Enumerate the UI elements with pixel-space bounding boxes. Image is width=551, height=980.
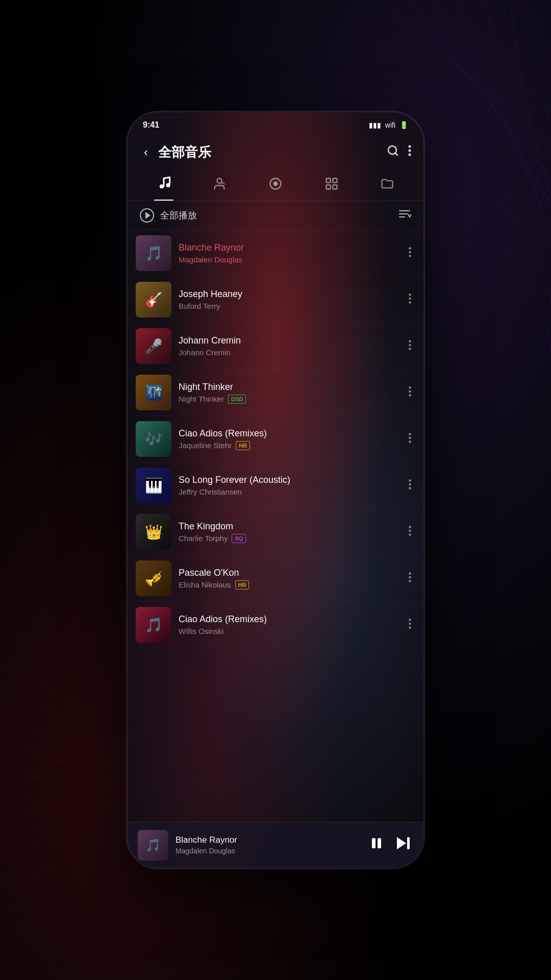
status-time: 9:41	[143, 120, 159, 130]
svg-point-10	[275, 183, 276, 184]
tab-songs[interactable]	[147, 172, 180, 201]
svg-point-31	[409, 437, 411, 439]
song-item-6[interactable]: 🎹 So Long Forever (Acoustic) Jeffry Chri…	[128, 462, 423, 509]
song-artist-5: Jaqueline Stehr	[179, 441, 232, 450]
song-thumb-3: 🎤	[136, 328, 171, 364]
tab-playlists-icon	[324, 177, 339, 194]
play-all-button[interactable]	[140, 208, 154, 223]
svg-point-43	[409, 623, 411, 625]
song-artist-6: Jeffry Christiansen	[179, 487, 242, 496]
svg-rect-11	[326, 179, 330, 183]
svg-point-23	[409, 301, 411, 303]
song-item-5[interactable]: 🎶 Ciao Adios (Remixes) Jaqueline Stehr H…	[128, 416, 423, 462]
badge-hr: HR	[235, 580, 249, 590]
svg-point-2	[409, 145, 411, 148]
song-more-3[interactable]	[405, 335, 415, 357]
now-playing-info: Blanche Raynor Magdalen Douglas	[176, 835, 361, 855]
song-more-8[interactable]	[405, 568, 415, 589]
svg-point-41	[409, 580, 411, 582]
song-meta-6: Jeffry Christiansen	[179, 487, 397, 496]
song-more-5[interactable]	[405, 428, 415, 450]
svg-rect-46	[378, 838, 381, 848]
song-thumb-img-1: 🎵	[136, 235, 171, 271]
song-thumb-img-4: 🌃	[136, 375, 171, 410]
svg-point-29	[409, 394, 411, 396]
svg-point-32	[409, 440, 411, 443]
svg-point-44	[409, 626, 411, 628]
svg-point-19	[409, 251, 411, 253]
svg-point-25	[409, 344, 411, 346]
song-more-1[interactable]	[405, 242, 415, 264]
song-more-6[interactable]	[405, 475, 415, 496]
back-button[interactable]: ‹	[140, 143, 152, 161]
song-thumb-9: 🎵	[136, 607, 171, 643]
song-thumb-img-5: 🎶	[136, 421, 171, 457]
sort-button[interactable]	[398, 208, 411, 223]
svg-point-6	[166, 183, 170, 187]
svg-point-39	[409, 572, 411, 574]
song-thumb-1: 🎵	[136, 235, 171, 271]
tab-albums[interactable]	[259, 172, 292, 201]
song-info-9: Ciao Adios (Remixes) Willis Osinski	[179, 614, 397, 635]
wifi-icon: wifi	[385, 121, 395, 129]
skip-button[interactable]	[395, 835, 413, 855]
song-thumb-img-8: 🎺	[136, 560, 171, 596]
phone-content: 9:41 ▮▮▮ wifi 🔋 ‹ 全部音乐	[128, 112, 423, 868]
song-thumb-img-9: 🎵	[136, 607, 171, 643]
song-more-9[interactable]	[405, 614, 415, 635]
page-title: 全部音乐	[158, 143, 381, 161]
song-item-3[interactable]: 🎤 Johann Cremin Johann Cremin	[128, 323, 423, 370]
song-more-2[interactable]	[405, 289, 415, 310]
song-item-7[interactable]: 👑 The Kingdom Charlie Torphy SQ	[128, 509, 423, 555]
song-title-3: Johann Cremin	[179, 335, 397, 346]
song-more-4[interactable]	[405, 382, 415, 403]
song-title-6: So Long Forever (Acoustic)	[179, 475, 397, 485]
pause-button[interactable]	[368, 835, 385, 855]
song-info-4: Night Thinker Night Thinker DSD	[179, 382, 397, 404]
svg-marker-47	[397, 837, 406, 849]
tab-songs-icon	[157, 177, 171, 194]
now-playing-title: Blanche Raynor	[176, 835, 361, 845]
song-info-3: Johann Cremin Johann Cremin	[179, 335, 397, 357]
now-playing-artist: Magdalen Douglas	[176, 847, 361, 855]
play-all-left: 全部播放	[140, 208, 197, 223]
svg-point-35	[409, 487, 411, 489]
svg-point-26	[409, 348, 411, 350]
song-artist-8: Elisha Nikolaus	[179, 580, 231, 589]
svg-rect-45	[372, 838, 375, 848]
badge-dsd: DSD	[228, 395, 246, 404]
song-thumb-4: 🌃	[136, 375, 171, 410]
song-artist-7: Charlie Torphy	[179, 534, 228, 543]
song-meta-4: Night Thinker DSD	[179, 395, 397, 404]
song-artist-2: Buford Terry	[179, 302, 220, 310]
song-title-5: Ciao Adios (Remixes)	[179, 428, 397, 439]
tab-artists[interactable]	[203, 172, 236, 201]
svg-line-1	[395, 153, 397, 155]
song-info-2: Joseph Heaney Buford Terry	[179, 289, 397, 310]
song-title-1: Blanche Raynor	[179, 242, 397, 253]
song-thumb-8: 🎺	[136, 560, 171, 596]
song-item-1[interactable]: 🎵 Blanche Raynor Magdalen Douglas	[128, 230, 423, 277]
now-playing-bar[interactable]: 🎵 Blanche Raynor Magdalen Douglas	[128, 822, 423, 868]
song-thumb-img-7: 👑	[136, 514, 171, 550]
search-button[interactable]	[387, 144, 399, 160]
song-info-1: Blanche Raynor Magdalen Douglas	[179, 242, 397, 264]
now-playing-controls	[368, 835, 413, 855]
tab-bar	[128, 168, 423, 201]
svg-point-30	[409, 433, 411, 435]
song-list: 🎵 Blanche Raynor Magdalen Douglas 🎸 Jose…	[128, 230, 423, 822]
svg-point-22	[409, 298, 411, 300]
song-thumb-img-6: 🎹	[136, 468, 171, 503]
tab-folders[interactable]	[371, 172, 404, 201]
song-artist-1: Magdalen Douglas	[179, 255, 242, 264]
song-item-8[interactable]: 🎺 Pascale O'Kon Elisha Nikolaus HR	[128, 555, 423, 602]
more-button[interactable]	[408, 144, 411, 160]
song-more-7[interactable]	[405, 521, 415, 543]
song-item-2[interactable]: 🎸 Joseph Heaney Buford Terry	[128, 277, 423, 323]
svg-point-28	[409, 390, 411, 393]
tab-playlists[interactable]	[315, 172, 348, 201]
svg-point-36	[409, 526, 411, 528]
song-item-9[interactable]: 🎵 Ciao Adios (Remixes) Willis Osinski	[128, 602, 423, 648]
song-info-7: The Kingdom Charlie Torphy SQ	[179, 521, 397, 543]
song-item-4[interactable]: 🌃 Night Thinker Night Thinker DSD	[128, 370, 423, 416]
